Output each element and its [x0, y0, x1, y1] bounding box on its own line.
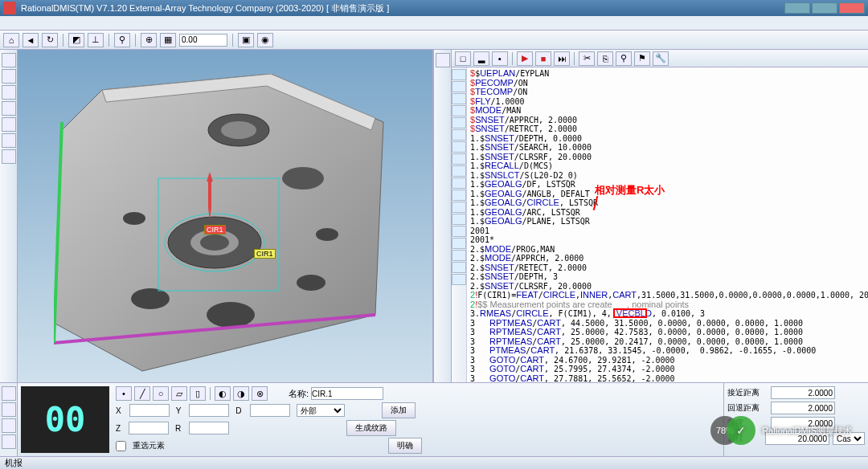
- window-controls: [784, 2, 865, 14]
- code-gutter: [452, 67, 467, 382]
- view-icon[interactable]: [2, 149, 16, 164]
- nominal-checkbox[interactable]: [116, 441, 126, 451]
- code-copy-icon[interactable]: ⎘: [597, 51, 613, 66]
- approach-input[interactable]: [771, 386, 835, 399]
- feat-cyl-icon[interactable]: ▯: [190, 386, 206, 401]
- refresh-icon[interactable]: ↻: [42, 33, 58, 47]
- svg-point-8: [131, 288, 170, 309]
- svg-point-12: [123, 212, 145, 225]
- code-cut-icon[interactable]: ✂: [579, 51, 595, 66]
- code-panel: □ ▂ ▪ ▶ ■ ⏭ ✂ ⎘ ⚲ ⚑ 🔧 $$UEPLAN/EYPLAN $P…: [452, 50, 868, 382]
- r-input[interactable]: [189, 422, 229, 434]
- cube-icon[interactable]: ◩: [68, 33, 84, 47]
- zoom-icon[interactable]: ⊕: [141, 33, 157, 47]
- watermark: ✓ RationalDMIS测量技术: [727, 416, 852, 445]
- measure-icon[interactable]: [2, 117, 16, 132]
- select-icon[interactable]: [2, 53, 16, 67]
- probe-icon[interactable]: ⚲: [114, 33, 130, 47]
- pan-icon[interactable]: [2, 69, 16, 84]
- add-button[interactable]: 添加: [382, 402, 416, 418]
- probe-indicator: [204, 172, 215, 220]
- axis-icon[interactable]: ⊥: [88, 33, 104, 47]
- tool-b-icon[interactable]: ◉: [257, 33, 273, 47]
- retract-input[interactable]: [771, 402, 835, 414]
- code-new-icon[interactable]: □: [455, 51, 471, 66]
- grid-icon[interactable]: ▦: [160, 33, 176, 47]
- gen-button[interactable]: 生成纹路: [346, 420, 396, 436]
- left-vertical-toolbar: [0, 50, 18, 382]
- fit-icon[interactable]: [2, 101, 16, 116]
- feat-circle-icon[interactable]: ○: [153, 386, 169, 401]
- code-flag-icon[interactable]: ⚑: [634, 51, 650, 66]
- svg-point-3: [221, 121, 256, 139]
- title-bar: RationalDMIS(TM) V7.1.20 External-Array …: [0, 0, 868, 16]
- clear-button[interactable]: 明确: [388, 438, 422, 454]
- feature-label-cir1-a[interactable]: CIR1: [204, 225, 226, 234]
- main-toolbar: ⌂ ◄ ↻ ◩ ⊥ ⚲ ⊕ ▦ ▣ ◉: [0, 31, 868, 50]
- tab-feature-icon[interactable]: [2, 386, 16, 401]
- bottom-tabs: [0, 383, 18, 456]
- feat-a-icon[interactable]: ◐: [215, 386, 231, 401]
- code-editor[interactable]: $$UEPLAN/EYPLAN $PECOMP/ON $TECOMP/ON $F…: [467, 67, 868, 382]
- 3d-viewport[interactable]: CIR1 CIR1: [18, 50, 434, 382]
- tab-result-icon[interactable]: [2, 402, 16, 417]
- svg-point-11: [316, 228, 338, 241]
- svg-point-9: [207, 302, 255, 328]
- gutter-icon[interactable]: [452, 69, 466, 80]
- dro-display: 00: [21, 386, 109, 453]
- status-bar: 机报: [0, 456, 868, 469]
- z-input[interactable]: [129, 422, 169, 434]
- d-input[interactable]: [250, 404, 290, 417]
- rotate-icon[interactable]: [2, 85, 16, 100]
- home-icon[interactable]: ⌂: [3, 33, 19, 47]
- svg-point-10: [297, 275, 326, 291]
- feature-label-cir1-b[interactable]: CIR1: [254, 249, 276, 259]
- panel-toggle-icon[interactable]: [436, 53, 450, 67]
- code-find-icon[interactable]: ⚲: [616, 51, 632, 66]
- feature-name-label: 名称:: [289, 388, 309, 400]
- ext-select[interactable]: 外部: [297, 404, 345, 417]
- app-title: RationalDMIS(TM) V7.1.20 External-Array …: [21, 2, 389, 14]
- feat-line-icon[interactable]: ╱: [134, 386, 150, 401]
- nominal-label: 重选元素: [133, 440, 165, 451]
- layer-icon[interactable]: [2, 133, 16, 148]
- code-stop-icon[interactable]: ■: [535, 51, 551, 66]
- mid-vertical-toolbar: [434, 50, 452, 382]
- code-wrench-icon[interactable]: 🔧: [653, 51, 669, 66]
- tool-a-icon[interactable]: ▣: [238, 33, 254, 47]
- feat-b-icon[interactable]: ◑: [233, 386, 249, 401]
- wechat-icon: ✓: [727, 416, 755, 445]
- y-input[interactable]: [189, 404, 229, 417]
- code-save-icon[interactable]: ▪: [492, 51, 508, 66]
- maximize-button[interactable]: [812, 2, 837, 14]
- app-logo-icon: [3, 2, 16, 14]
- menu-bar: [0, 16, 868, 31]
- back-icon[interactable]: ◄: [23, 33, 39, 47]
- feature-panel: • ╱ ○ ▱ ▯ ◐ ◑ ⊗ 名称: X Y D 外部 添加 Z R 生成纹路: [113, 383, 723, 456]
- tab-report-icon[interactable]: [2, 418, 16, 433]
- feat-plane-icon[interactable]: ▱: [171, 386, 187, 401]
- feat-point-icon[interactable]: •: [116, 386, 132, 401]
- feature-name-input[interactable]: [311, 387, 383, 400]
- minimize-button[interactable]: [784, 2, 810, 14]
- code-open-icon[interactable]: ▂: [473, 51, 489, 66]
- x-input[interactable]: [129, 404, 170, 417]
- tab-tool-icon[interactable]: [2, 434, 16, 449]
- zoom-input[interactable]: [179, 34, 227, 47]
- code-run-icon[interactable]: ▶: [517, 51, 533, 66]
- code-toolbar: □ ▂ ▪ ▶ ■ ⏭ ✂ ⎘ ⚲ ⚑ 🔧: [452, 50, 868, 67]
- code-step-icon[interactable]: ⏭: [554, 51, 570, 66]
- svg-point-7: [200, 234, 229, 251]
- feat-c-icon[interactable]: ⊗: [252, 386, 268, 401]
- close-button[interactable]: [839, 2, 865, 14]
- svg-point-4: [282, 167, 324, 190]
